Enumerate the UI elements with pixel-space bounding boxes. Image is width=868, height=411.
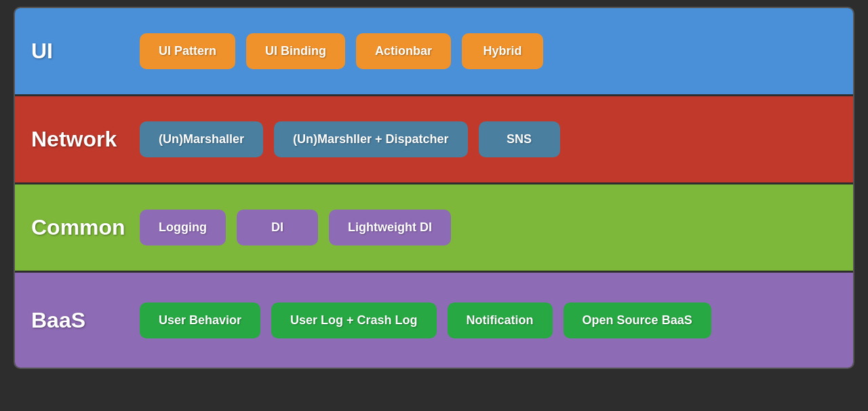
layer-items-network: (Un)Marshaller(Un)Marshller + Dispatcher… [140,121,560,157]
layer-items-ui: UI PatternUI BindingActionbarHybrid [140,33,543,69]
item-btn-open-source-baas[interactable]: Open Source BaaS [564,302,711,338]
item-btn-unmarshaller[interactable]: (Un)Marshaller [140,121,263,157]
item-btn-sns[interactable]: SNS [479,121,560,157]
item-btn-lightweight-di[interactable]: Lightweight DI [329,210,451,246]
item-btn-user-behavior[interactable]: User Behavior [140,302,260,338]
layer-common: CommonLoggingDILightweight DI [15,184,853,273]
item-btn-ui-binding[interactable]: UI Binding [246,33,345,69]
item-btn-notification[interactable]: Notification [448,302,553,338]
layer-items-baas: User BehaviorUser Log + Crash LogNotific… [140,302,711,338]
item-btn-hybrid[interactable]: Hybrid [462,33,543,69]
layer-baas: BaaSUser BehaviorUser Log + Crash LogNot… [15,273,853,368]
layer-label-common: Common [31,215,140,240]
item-btn-logging[interactable]: Logging [140,210,226,246]
layer-items-common: LoggingDILightweight DI [140,210,451,246]
item-btn-actionbar[interactable]: Actionbar [356,33,451,69]
layer-label-baas: BaaS [31,308,140,333]
item-btn-di[interactable]: DI [237,210,318,246]
architecture-diagram: UIUI PatternUI BindingActionbarHybridNet… [14,7,854,369]
item-btn-ui-pattern[interactable]: UI Pattern [140,33,235,69]
layer-label-network: Network [31,127,140,152]
item-btn-unmarshller-dispatcher[interactable]: (Un)Marshller + Dispatcher [274,121,468,157]
layer-label-ui: UI [31,39,140,64]
layer-ui: UIUI PatternUI BindingActionbarHybrid [15,8,853,96]
layer-network: Network(Un)Marshaller(Un)Marshller + Dis… [15,96,853,184]
item-btn-user-crash-log[interactable]: User Log + Crash Log [271,302,437,338]
